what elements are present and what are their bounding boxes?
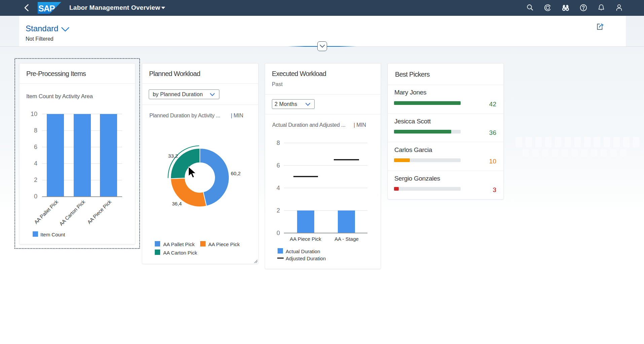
svg-text:6: 6	[277, 162, 280, 169]
svg-text:10: 10	[31, 111, 37, 117]
svg-text:0: 0	[34, 193, 37, 200]
svg-text:0: 0	[277, 230, 280, 236]
svg-text:AA Carton Pick: AA Carton Pick	[58, 199, 86, 227]
svg-text:4: 4	[277, 185, 280, 191]
svg-text:SAP: SAP	[38, 4, 55, 13]
svg-text:33,2: 33,2	[168, 153, 178, 159]
svg-text:2: 2	[277, 207, 280, 214]
svg-text:AA - Stage: AA - Stage	[334, 236, 359, 242]
svg-text:AA Piece Pick: AA Piece Pick	[86, 199, 112, 225]
svg-text:AA Piece Pick: AA Piece Pick	[290, 236, 321, 242]
svg-text:AA Pallet Pick: AA Pallet Pick	[33, 199, 59, 225]
svg-text:60,2: 60,2	[231, 170, 241, 176]
svg-text:4: 4	[34, 160, 37, 167]
svg-text:6: 6	[34, 144, 37, 150]
svg-text:8: 8	[34, 127, 37, 134]
svg-text:2: 2	[34, 177, 37, 183]
svg-text:8: 8	[277, 140, 280, 146]
svg-text:36,4: 36,4	[172, 201, 182, 206]
